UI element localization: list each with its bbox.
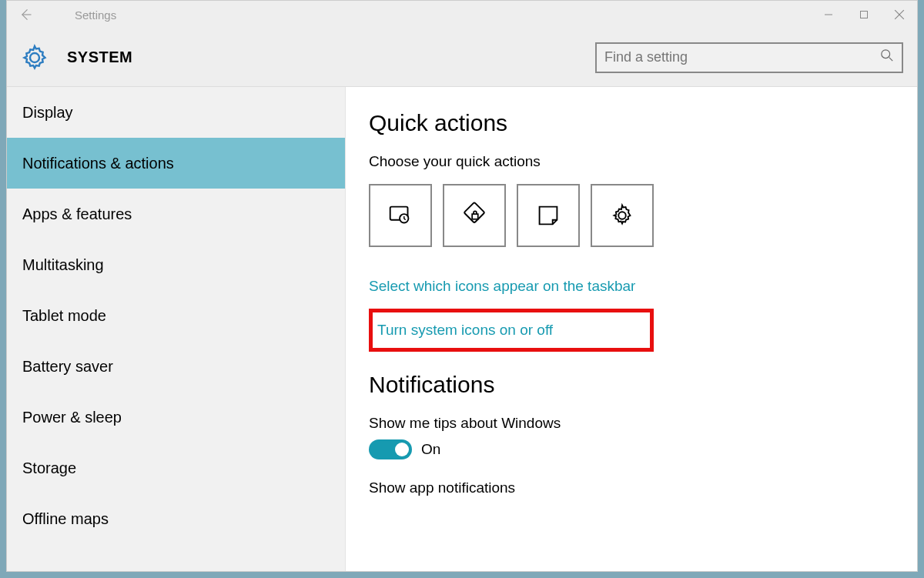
settings-window: Settings SYSTEM Display Notifications & …: [6, 0, 918, 572]
quick-action-tablet-mode[interactable]: [369, 184, 432, 247]
sidebar-item-label: Apps & features: [22, 205, 132, 223]
toggle-tips-label: Show me tips about Windows: [369, 415, 886, 432]
minimize-icon: [824, 10, 833, 19]
gear-icon: [21, 44, 49, 72]
toggle-app-row: Show app notifications: [369, 479, 886, 496]
sidebar-item-label: Offline maps: [22, 510, 109, 528]
quick-action-settings[interactable]: [591, 184, 654, 247]
svg-line-5: [889, 58, 893, 62]
close-button[interactable]: [882, 1, 917, 28]
notifications-heading: Notifications: [369, 372, 886, 398]
note-icon: [534, 201, 563, 230]
search-icon: [880, 48, 894, 66]
header: SYSTEM: [7, 28, 917, 87]
content: Quick actions Choose your quick actions …: [346, 87, 917, 571]
arrow-left-icon: [18, 7, 33, 22]
link-taskbar-icons[interactable]: Select which icons appear on the taskbar: [369, 278, 886, 295]
toggle-knob: [395, 443, 409, 456]
sidebar-item-label: Storage: [22, 459, 76, 477]
settings-icon: [608, 201, 637, 230]
titlebar: Settings: [7, 1, 917, 28]
quick-actions-heading: Quick actions: [369, 110, 886, 136]
sidebar-item-tablet-mode[interactable]: Tablet mode: [7, 290, 345, 341]
system-heading: SYSTEM: [67, 48, 595, 66]
back-button[interactable]: [7, 7, 44, 22]
svg-rect-9: [472, 214, 478, 219]
maximize-button[interactable]: [846, 1, 882, 28]
toggle-track: [369, 439, 412, 459]
sidebar-item-offline-maps[interactable]: Offline maps: [7, 493, 345, 544]
body: Display Notifications & actions Apps & f…: [7, 87, 917, 571]
tablet-mode-icon: [386, 201, 415, 230]
sidebar-item-battery[interactable]: Battery saver: [7, 341, 345, 392]
link-system-icons[interactable]: Turn system icons on or off: [377, 322, 645, 339]
svg-point-4: [882, 50, 890, 58]
sidebar-item-label: Power & sleep: [22, 409, 122, 426]
toggle-tips-state: On: [421, 441, 440, 458]
toggle-tips-row: Show me tips about Windows On: [369, 415, 886, 463]
quick-actions-row: [369, 184, 886, 247]
sidebar: Display Notifications & actions Apps & f…: [7, 87, 346, 571]
sidebar-item-display[interactable]: Display: [7, 87, 345, 138]
quick-action-note[interactable]: [517, 184, 580, 247]
close-icon: [894, 9, 905, 20]
toggle-tips[interactable]: On: [369, 439, 440, 459]
sidebar-item-label: Battery saver: [22, 358, 113, 376]
minimize-button[interactable]: [811, 1, 846, 28]
toggle-app-label: Show app notifications: [369, 479, 886, 496]
sidebar-item-notifications[interactable]: Notifications & actions: [7, 138, 345, 189]
sidebar-item-label: Multitasking: [22, 256, 104, 274]
quick-action-rotation-lock[interactable]: [443, 184, 506, 247]
sidebar-item-power[interactable]: Power & sleep: [7, 392, 345, 443]
highlight-box: Turn system icons on or off: [369, 309, 654, 352]
svg-rect-1: [861, 12, 868, 18]
sidebar-item-multitasking[interactable]: Multitasking: [7, 239, 345, 290]
sidebar-item-label: Tablet mode: [22, 307, 106, 325]
quick-actions-subtitle: Choose your quick actions: [369, 153, 886, 170]
maximize-icon: [859, 10, 869, 19]
search-box[interactable]: [595, 42, 903, 73]
window-title: Settings: [44, 8, 811, 22]
sidebar-item-label: Display: [22, 104, 73, 122]
sidebar-item-apps[interactable]: Apps & features: [7, 189, 345, 239]
search-input[interactable]: [604, 49, 880, 65]
sidebar-item-storage[interactable]: Storage: [7, 443, 345, 493]
svg-point-10: [618, 212, 626, 219]
rotation-lock-icon: [460, 201, 489, 230]
sidebar-item-label: Notifications & actions: [22, 155, 174, 172]
